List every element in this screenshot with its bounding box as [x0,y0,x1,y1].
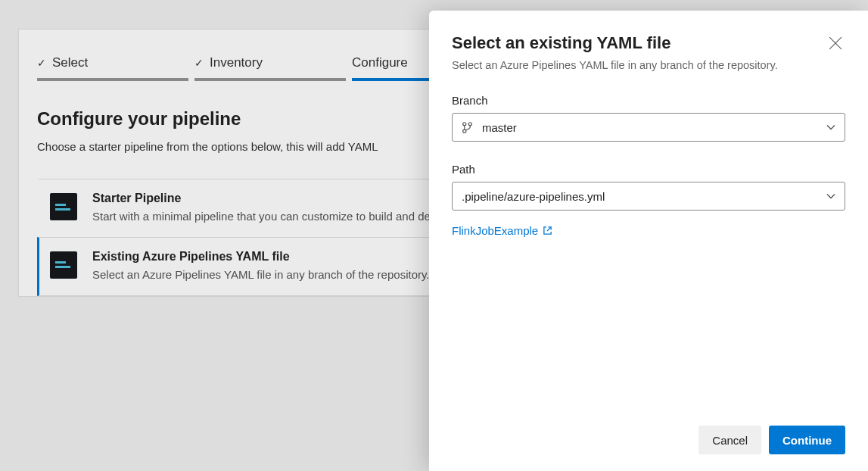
svg-point-2 [463,123,466,126]
chevron-down-icon [826,124,835,130]
panel-title: Select an existing YAML file [452,33,778,53]
branch-dropdown[interactable]: master [452,113,845,142]
branch-label: Branch [452,94,845,107]
path-dropdown[interactable]: .pipeline/azure-pipelines.yml [452,182,845,211]
repo-link[interactable]: FlinkJobExample [452,224,845,237]
branch-icon [462,121,473,134]
continue-button[interactable]: Continue [769,426,845,454]
path-label: Path [452,163,845,176]
yaml-file-panel: Select an existing YAML file Select an A… [429,11,868,471]
external-link-icon [543,226,552,236]
path-value: .pipeline/azure-pipelines.yml [462,190,605,203]
svg-point-4 [468,123,471,126]
path-field: Path .pipeline/azure-pipelines.yml [452,163,845,211]
panel-subtitle: Select an Azure Pipelines YAML file in a… [452,58,778,73]
close-button[interactable] [826,33,845,55]
close-icon [829,36,842,50]
chevron-down-icon [826,193,835,199]
branch-value: master [482,121,517,134]
branch-field: Branch master [452,94,845,142]
link-text: FlinkJobExample [452,224,538,237]
cancel-button[interactable]: Cancel [698,426,761,454]
panel-footer: Cancel Continue [452,410,845,454]
